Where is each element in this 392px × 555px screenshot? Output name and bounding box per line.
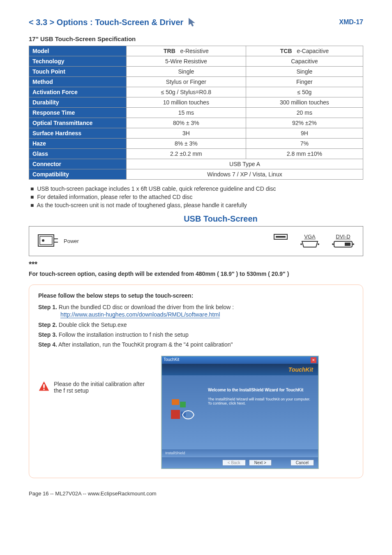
step-text: Follow the installation instruction to f… [59,331,189,338]
calibration-note-text: Please do the initial calibration after … [54,381,153,394]
vga-label: VGA [304,234,315,240]
step-label: Step 2. [38,321,57,328]
svg-rect-2 [40,236,52,245]
bullet-item: ■ For detailed information, please refer… [30,194,363,200]
section-title-text: < 3.3 > Options : Touch-Screen & Driver [29,18,183,27]
dvi-label: DVI-D [336,234,350,240]
power-block: Power [37,232,79,250]
step-text: After installation, run the TouchKit pro… [58,341,233,348]
step-item: Step 3. Follow the installation instruct… [38,331,354,338]
step-text: Double click the Setup.exe [59,321,127,328]
bullet-item: ■ As the touch-screen unit is not made o… [30,202,363,208]
table-row: MethodStylus or FingerFinger [29,77,363,87]
step-item: Step 4. After installation, run the Touc… [38,341,354,348]
depth-note: For touch-screen option, casing depth wi… [29,271,363,277]
svg-point-8 [300,243,302,245]
download-link[interactable]: http://www.austin-hughes.com/downloads/R… [60,311,220,318]
back-button[interactable]: < Back [222,460,246,466]
dvi-port-col: DVI-D [332,234,355,249]
setup-steps-box: Please follow the below steps to setup t… [29,284,363,478]
installer-midpane: Welcome to the InstallShield Wizard for … [162,375,318,449]
table-row: Haze8% ± 3%7% [29,139,363,149]
close-icon[interactable]: ✕ [311,357,316,363]
usb-port-col [273,234,288,242]
calibration-row: Please do the initial calibration after … [38,356,354,469]
svg-rect-7 [276,236,286,238]
table-row: Optical Transmittance80% ± 3%92% ±2% [29,118,363,128]
svg-rect-18 [180,402,186,407]
svg-point-11 [332,243,334,245]
svg-marker-0 [189,18,195,27]
ports-block: VGA DVI-D [273,234,355,249]
installer-window: TouchKit ✕ TouchKit [161,356,318,469]
installer-titlebar: TouchKit ✕ [162,356,318,364]
cell-trb: TRB e-Resistive [127,46,246,56]
warning-icon [38,381,50,392]
svg-rect-19 [171,410,180,419]
table-row: CompatibilityWindows 7 / XP / Vista, Lin… [29,169,363,180]
power-plug-icon [37,232,60,250]
installer-button-row: < Back Next > Cancel [162,457,318,468]
next-button[interactable]: Next > [249,460,272,466]
step-label: Step 4. [38,341,57,348]
installer-brandbar: TouchKit [162,364,318,375]
cancel-button[interactable]: Cancel [291,460,314,466]
calibration-note: Please do the initial calibration after … [38,381,153,394]
svg-rect-15 [43,384,45,388]
triple-star: *** [29,260,363,269]
bullet-list: ■ USB touch-screen package includes 1 x … [30,185,363,208]
connector-diagram: Power VGA DVI-D [29,226,363,256]
step-item: Step 1. Run the bundled CD disc or downl… [38,304,354,318]
page-header: < 3.3 > Options : Touch-Screen & Driver … [29,16,363,28]
installer-leftpane [162,375,203,449]
table-row: Activation Force≤ 50g / Stylus=R0.8≤ 50g [29,87,363,97]
vga-port-col: VGA [300,234,319,249]
spec-table: Model TRB e-Resistive TCB e-Capacitive T… [29,46,363,180]
pointer-icon [186,16,197,28]
installer-rightpane: Welcome to the InstallShield Wizard for … [203,375,318,449]
spec-subheading: 17" USB Touch-Screen Specification [29,35,363,42]
steps-title: Please follow the below steps to setup t… [38,292,354,299]
row-label: Model [29,46,127,56]
installer-brand: TouchKit [288,366,313,373]
table-row: Touch PointSingleSingle [29,67,363,77]
bullet-item: ■ USB touch-screen package includes 1 x … [30,185,363,192]
svg-point-3 [42,239,44,242]
installer-welcome-text: The InstallShield Wizard will install To… [208,397,313,405]
installshield-label: InstallShield [162,449,318,457]
svg-rect-13 [345,243,350,246]
table-row: Durability10 million touches300 million … [29,97,363,108]
table-row: Surface Hardness3H9H [29,128,363,139]
vga-port-icon [300,240,319,249]
table-row: Response Time15 ms20 ms [29,108,363,118]
step-item: Step 2. Double click the Setup.exe [38,321,354,328]
dvi-port-icon [332,240,355,249]
cell-tcb: TCB e-Capacitive [246,46,363,56]
svg-rect-17 [172,399,179,405]
model-code: XMD-17 [339,18,363,26]
step-label: Step 3. [38,331,57,338]
usb-heading: USB Touch-Screen [78,214,363,224]
table-row: ConnectorUSB Type A [29,159,363,169]
table-row: Technology5-Wire ResistiveCapacitive [29,56,363,67]
installer-title: TouchKit [164,357,179,363]
svg-point-16 [43,388,45,390]
table-row: Glass2.2 ±0.2 mm2.8 mm ±10% [29,149,363,159]
section-title: < 3.3 > Options : Touch-Screen & Driver [29,16,197,28]
power-label: Power [64,238,79,244]
table-row: Model TRB e-Resistive TCB e-Capacitive [29,46,363,56]
installer-welcome-heading: Welcome to the InstallShield Wizard for … [208,388,313,392]
touch-curve-icon [170,398,195,427]
svg-point-12 [353,243,354,245]
page-footer: Page 16 -- ML27V02A -- www.EclipseRackmo… [29,490,363,497]
step-label: Step 1. [38,304,57,310]
step-text: Run the bundled CD disc or download the … [59,304,234,310]
usb-port-icon [273,234,288,242]
svg-point-9 [318,243,319,245]
